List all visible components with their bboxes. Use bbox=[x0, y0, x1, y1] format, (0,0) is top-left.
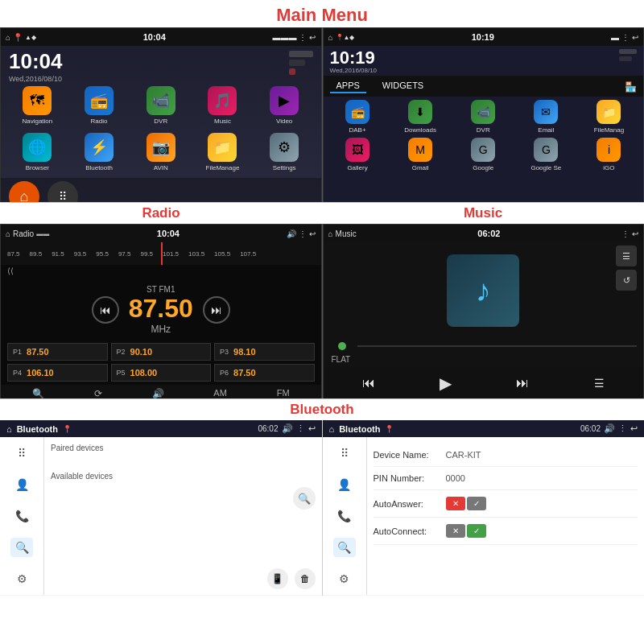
app-google-search[interactable]: G Google Se bbox=[517, 138, 576, 171]
preset-5[interactable]: P5 108.00 bbox=[111, 364, 212, 382]
app-music[interactable]: 🎵 Music bbox=[194, 86, 251, 125]
status-bar-2: ⌂ 📍▲◆ 10:19 ▬ ⋮ ↩ bbox=[324, 28, 644, 46]
bt-menu-2[interactable]: ⋮ bbox=[618, 423, 627, 434]
bt-sidebar-apps-icon[interactable]: ⠿ bbox=[10, 444, 33, 463]
home-icon-1[interactable]: ⌂ bbox=[6, 33, 10, 42]
app-dvr[interactable]: 📹 DVR bbox=[132, 86, 189, 125]
music-back[interactable]: ↩ bbox=[632, 229, 638, 238]
clock-1: 10:04 bbox=[143, 32, 166, 42]
bt-sidebar-2-contacts[interactable]: 👤 bbox=[333, 475, 356, 494]
app-dab[interactable]: 📻 DAB+ bbox=[328, 100, 387, 134]
app-browser[interactable]: 🌐 Browser bbox=[9, 133, 66, 171]
bt-menu-1[interactable]: ⋮ bbox=[296, 423, 305, 434]
radio-footer: 🔍 ⟳ 🔊 AM FM bbox=[1, 385, 321, 398]
music-skip-back-btn[interactable]: ⏮ bbox=[362, 376, 375, 390]
music-progress-dot bbox=[338, 342, 346, 350]
bt-autoconnect-off[interactable]: ✕ bbox=[446, 524, 465, 538]
preset-4[interactable]: P4 106.10 bbox=[7, 364, 108, 382]
bt-header-2: ⌂ Bluetooth 📍 06:02 🔊 ⋮ ↩ bbox=[323, 420, 645, 437]
app-igo[interactable]: i iGO bbox=[580, 138, 638, 171]
app-dvr-2[interactable]: 📹 DVR bbox=[454, 100, 513, 134]
app-gallery[interactable]: 🖼 Gallery bbox=[328, 138, 387, 171]
radio-main-display: ⏮ ST FM1 87.50 MHz ⏭ bbox=[1, 277, 321, 343]
battery-1: ▬▬▬ bbox=[272, 33, 296, 42]
music-repeat-btn[interactable]: ↺ bbox=[616, 270, 637, 291]
bt-phone-icon-bottom[interactable]: 📱 bbox=[267, 568, 288, 589]
bt-autoanswer-on[interactable]: ✓ bbox=[467, 497, 486, 510]
bt-sidebar-search-icon[interactable]: 🔍 bbox=[10, 538, 33, 557]
bt-home-icon-2[interactable]: ⌂ bbox=[329, 424, 335, 434]
bt-autoconnect-on[interactable]: ✓ bbox=[467, 524, 486, 538]
bt-back-1[interactable]: ↩ bbox=[308, 423, 316, 434]
back-2[interactable]: ↩ bbox=[632, 33, 638, 42]
app-google[interactable]: G Google bbox=[454, 138, 513, 171]
radio-zoom-icon[interactable]: 🔍 bbox=[32, 388, 44, 398]
bt-sidebar-settings-icon[interactable]: ⚙ bbox=[10, 569, 33, 588]
app-bluetooth[interactable]: ⚡ Bluetooth bbox=[71, 133, 128, 171]
bt-sidebar-contacts-icon[interactable]: 👤 bbox=[10, 475, 33, 494]
menu-2[interactable]: ⋮ bbox=[621, 33, 630, 42]
music-home-icon[interactable]: ⌂ bbox=[328, 229, 333, 238]
app-radio[interactable]: 📻 Radio bbox=[71, 86, 128, 125]
radio-fm-btn[interactable]: FM bbox=[277, 388, 290, 398]
bt-sidebar-2-search[interactable]: 🔍 bbox=[333, 538, 356, 557]
app-settings[interactable]: ⚙ Settings bbox=[256, 133, 313, 171]
bt-sidebar-calls-icon[interactable]: 📞 bbox=[10, 506, 33, 526]
clock-display-2: 10:19 bbox=[330, 49, 378, 67]
preset-2[interactable]: P2 90.10 bbox=[111, 343, 212, 361]
main-menu-screen-1: ⌂ 📍 ▲◆ 10:04 ▬▬▬ ⋮ ↩ 10:04 Wed,20 bbox=[0, 27, 322, 202]
seek-left-icon[interactable]: ⟨⟨ bbox=[7, 266, 14, 275]
app-gmail[interactable]: M Gmail bbox=[391, 138, 450, 171]
app-filemanag[interactable]: 📁 FileManag bbox=[580, 100, 638, 134]
bt-sidebar-2-calls[interactable]: 📞 bbox=[333, 506, 356, 526]
music-skip-fwd-btn[interactable]: ⏭ bbox=[516, 376, 529, 390]
music-menu[interactable]: ⋮ bbox=[621, 229, 630, 238]
app-downloads[interactable]: ⬇ Downloads bbox=[391, 100, 450, 134]
bt-sidebar-2-apps[interactable]: ⠿ bbox=[333, 444, 356, 463]
bt-autoconnect-toggle[interactable]: ✕ ✓ bbox=[446, 524, 486, 538]
bt-sidebar-2-settings[interactable]: ⚙ bbox=[333, 569, 356, 588]
radio-back[interactable]: ↩ bbox=[309, 229, 316, 238]
music-playlist-btn[interactable]: ☰ bbox=[616, 246, 637, 266]
preset-6[interactable]: P6 87.50 bbox=[214, 364, 315, 382]
tab-widgets[interactable]: WIDGETS bbox=[376, 79, 430, 93]
preset-1[interactable]: P1 87.50 bbox=[7, 343, 108, 361]
back-icon-1[interactable]: ↩ bbox=[309, 33, 316, 42]
tab-apps[interactable]: APPS bbox=[330, 79, 366, 93]
bt-autoanswer-toggle[interactable]: ✕ ✓ bbox=[446, 497, 486, 510]
music-play-btn[interactable]: ▶ bbox=[440, 374, 452, 393]
radio-vol[interactable]: 🔊 bbox=[287, 229, 296, 238]
app-video[interactable]: ▶ Video bbox=[256, 86, 313, 125]
music-queue-btn[interactable]: ☰ bbox=[594, 377, 605, 390]
bt-back-2[interactable]: ↩ bbox=[630, 423, 638, 434]
radio-eq-icon[interactable]: ⟳ bbox=[94, 388, 102, 398]
bt-autoanswer-off[interactable]: ✕ bbox=[446, 497, 465, 510]
bt-screen-1: ⌂ Bluetooth 📍 06:02 🔊 ⋮ ↩ ⠿ bbox=[0, 420, 322, 596]
bt-vol-1[interactable]: 🔊 bbox=[282, 423, 293, 434]
radio-am-btn[interactable]: AM bbox=[213, 388, 227, 398]
bt-autoconnect-row: AutoConnect: ✕ ✓ bbox=[374, 518, 638, 545]
bt-home-icon-1[interactable]: ⌂ bbox=[6, 424, 12, 434]
radio-menu[interactable]: ⋮ bbox=[299, 229, 307, 238]
bt-search-button[interactable]: 🔍 bbox=[293, 487, 316, 510]
bt-delete-icon-bottom[interactable]: 🗑 bbox=[295, 568, 316, 589]
app-navigation[interactable]: 🗺 Navigation bbox=[9, 86, 66, 125]
radio-prev-btn[interactable]: ⏮ bbox=[92, 296, 119, 324]
app-avin[interactable]: 📷 AVIN bbox=[132, 133, 189, 171]
store-icon[interactable]: 🏪 bbox=[625, 81, 637, 93]
radio-speaker-icon[interactable]: 🔊 bbox=[152, 388, 164, 398]
dock-apps-1[interactable]: ⠿ bbox=[47, 181, 78, 202]
radio-home-icon[interactable]: ⌂ bbox=[6, 229, 10, 238]
bt-vol-2[interactable]: 🔊 bbox=[604, 423, 615, 434]
app-email[interactable]: ✉ Email bbox=[517, 100, 576, 134]
music-progress-bar[interactable] bbox=[357, 345, 638, 347]
menu-icon-1[interactable]: ⋮ bbox=[299, 33, 307, 42]
radio-mhz: MHz bbox=[129, 324, 193, 335]
dock-home-1[interactable]: ⌂ bbox=[9, 181, 39, 202]
app-filemanager[interactable]: 📁 FileManage bbox=[194, 133, 251, 171]
bt-available-label: Available devices bbox=[51, 472, 316, 481]
radio-next-btn[interactable]: ⏭ bbox=[203, 296, 230, 324]
home-icon-2[interactable]: ⌂ bbox=[328, 33, 333, 42]
preset-3[interactable]: P3 98.10 bbox=[214, 343, 315, 361]
bt-title-1: Bluetooth bbox=[17, 424, 58, 434]
